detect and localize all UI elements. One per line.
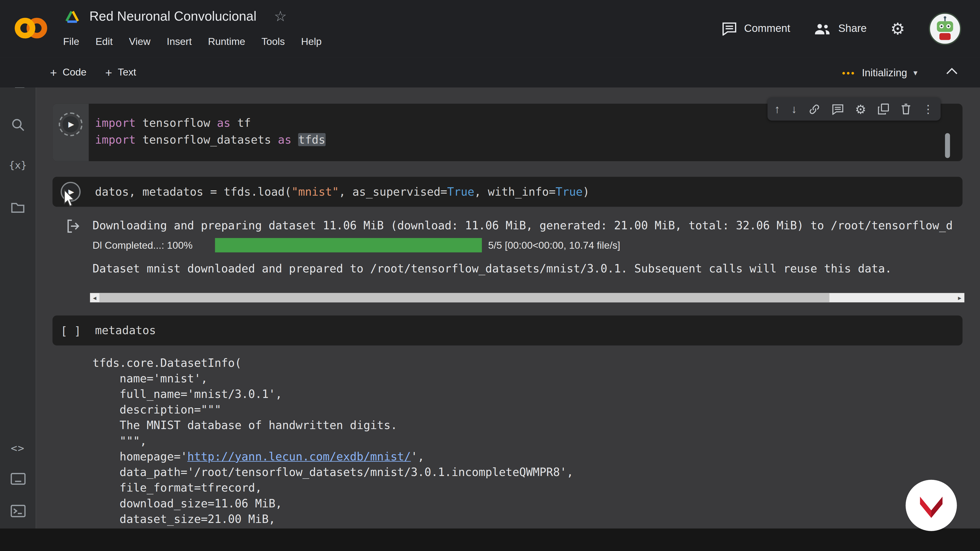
code-line: datos, metadatos = tfds.load("mnist", as… — [95, 177, 963, 207]
add-comment-button[interactable] — [832, 103, 844, 114]
plus-icon: + — [50, 67, 57, 79]
menu-edit[interactable]: Edit — [87, 35, 121, 49]
code-token — [291, 133, 298, 146]
code-token: """, — [92, 434, 146, 447]
code-line: file_format=tfrecord, — [92, 480, 573, 495]
code-line: metadatos — [95, 316, 963, 346]
runtime-status-label: Initializing — [862, 67, 907, 79]
code-token: as — [278, 133, 291, 146]
code-line: description=""" — [92, 402, 573, 417]
editor-settings-gear-icon[interactable]: ⚙ — [855, 103, 866, 115]
mirror-cell-in-tab-button[interactable] — [877, 103, 889, 115]
cell-3-editor[interactable]: metadatos — [89, 316, 963, 346]
code-cell-3[interactable]: [ ] metadatos — [52, 316, 963, 346]
add-code-label: Code — [62, 67, 86, 78]
code-line: homepage='http://yann.lecun.com/exdb/mni… — [92, 448, 573, 464]
output-marker-icon[interactable] — [65, 218, 82, 234]
code-cell-2[interactable]: ▶ datos, metadatos = tfds.load("mnist", … — [52, 177, 963, 207]
code-token: tensorflow — [136, 116, 217, 129]
people-icon — [814, 22, 831, 35]
menu-help[interactable]: Help — [293, 35, 330, 49]
colab-logo-icon[interactable] — [14, 14, 48, 43]
share-button[interactable]: Share — [814, 22, 867, 35]
left-sidebar: {x} <> — [0, 87, 36, 529]
more-cell-actions-button[interactable]: ⋮ — [923, 103, 934, 114]
files-folder-icon[interactable] — [0, 201, 36, 213]
code-token: metadatos — [95, 324, 156, 337]
busy-dots-icon: ••• — [842, 67, 856, 78]
command-palette-icon[interactable] — [0, 473, 36, 485]
progress-bar-fill — [215, 238, 482, 252]
code-token: as — [217, 116, 231, 129]
code-token: , as_supervised= — [339, 185, 447, 198]
colab-window: Red Neuronal Convolucional ☆ File Edit V… — [0, 0, 980, 551]
menu-bar: File Edit View Insert Runtime Tools Help — [55, 35, 330, 49]
mouse-cursor — [62, 189, 76, 208]
code-snippets-icon[interactable]: <> — [0, 441, 36, 454]
settings-gear-icon[interactable]: ⚙ — [891, 21, 905, 37]
menu-file[interactable]: File — [55, 35, 88, 49]
code-line: import tensorflow_datasets as tfds — [95, 131, 963, 148]
progress-bar — [215, 238, 482, 252]
code-token: import — [95, 133, 135, 146]
variables-icon[interactable]: {x} — [0, 159, 36, 171]
add-code-button[interactable]: + Code — [50, 67, 86, 79]
notebook-title[interactable]: Red Neuronal Convolucional — [89, 9, 256, 24]
runtime-status-button[interactable]: ••• Initializing ▾ — [842, 57, 918, 87]
collapse-sections-button[interactable] — [946, 67, 958, 74]
dataset-ready-line: Dataset mnist downloaded and prepared to… — [92, 260, 966, 277]
share-label: Share — [838, 22, 867, 35]
code-token: , with_info= — [474, 185, 555, 198]
dataset-info-output: tfds.core.DatasetInfo( name='mnist', ful… — [92, 355, 573, 542]
code-token: download_size=11.06 MiB, — [92, 497, 282, 510]
menu-insert[interactable]: Insert — [159, 35, 200, 49]
scroll-left-arrow[interactable]: ◄ — [90, 293, 100, 303]
progress-stats: 5/5 [00:00<00:00, 10.74 file/s] — [488, 240, 620, 251]
code-token: file_format=tfrecord, — [92, 481, 262, 494]
terminal-icon[interactable] — [0, 505, 36, 517]
move-cell-up-button[interactable]: ↑ — [774, 103, 780, 114]
code-token: tf — [231, 116, 251, 129]
plus-icon: + — [105, 67, 112, 79]
code-token: ', — [411, 450, 425, 463]
add-text-button[interactable]: + Text — [105, 67, 136, 79]
move-cell-down-button[interactable]: ↓ — [791, 103, 797, 114]
delete-cell-button[interactable] — [900, 103, 912, 115]
output-horizontal-scrollbar[interactable]: ◄ ► — [90, 293, 964, 303]
code-line: tfds.core.DatasetInfo( — [92, 355, 573, 370]
code-token: name='mnist', — [92, 372, 207, 385]
code-token: True — [555, 185, 583, 198]
code-token: tfds — [298, 133, 325, 146]
search-icon[interactable] — [0, 118, 36, 132]
code-line: The MNIST database of handwritten digits… — [92, 417, 573, 433]
code-line: name='mnist', — [92, 370, 573, 386]
recorder-floating-button[interactable] — [905, 479, 958, 532]
menu-tools[interactable]: Tools — [253, 35, 293, 49]
code-line: full_name='mnist/3.0.1', — [92, 386, 573, 402]
code-token: import — [95, 116, 135, 129]
menu-view[interactable]: View — [121, 35, 159, 49]
play-icon: ▶ — [68, 121, 74, 128]
comment-button[interactable]: Comment — [722, 22, 791, 36]
cell-2-editor[interactable]: datos, metadatos = tfds.load("mnist", as… — [89, 177, 963, 207]
comment-icon — [722, 22, 737, 36]
code-token: data_path='/root/tensorflow_datasets/mni… — [92, 465, 573, 478]
code-line: download_size=11.06 MiB, — [92, 495, 573, 511]
menu-runtime[interactable]: Runtime — [200, 35, 253, 49]
vertical-scrollbar-thumb[interactable] — [945, 133, 950, 158]
download-status-line: Downloading and preparing dataset 11.06 … — [92, 217, 966, 233]
code-token: full_name='mnist/3.0.1', — [92, 387, 282, 400]
code-token: dataset_size=21.00 MiB, — [92, 512, 275, 525]
code-token: "mnist" — [291, 185, 339, 198]
scroll-right-arrow[interactable]: ► — [955, 293, 964, 303]
avatar[interactable] — [929, 13, 961, 45]
progress-label: Dl Completed...: 100% — [92, 240, 192, 251]
code-token: True — [447, 185, 474, 198]
code-line: dataset_size=21.00 MiB, — [92, 511, 573, 527]
cell-run-prompt[interactable]: [ ] — [61, 324, 81, 337]
dataset-homepage-link[interactable]: http://yann.lecun.com/exdb/mnist/ — [187, 450, 411, 463]
run-cell-button[interactable]: ▶ — [59, 113, 83, 136]
horizontal-scrollbar-thumb[interactable] — [99, 293, 829, 303]
copy-link-to-cell-button[interactable] — [808, 103, 821, 115]
star-icon[interactable]: ☆ — [274, 9, 287, 24]
